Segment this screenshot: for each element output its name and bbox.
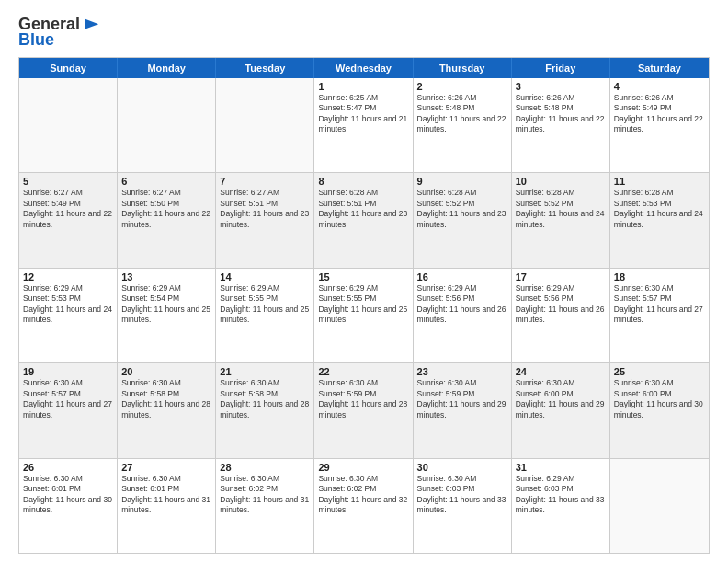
cell-info: Sunrise: 6:30 AM Sunset: 5:58 PM Dayligh… [220, 378, 310, 420]
cell-info: Sunrise: 6:29 AM Sunset: 6:03 PM Dayligh… [516, 474, 606, 516]
day-cell-27: 27Sunrise: 6:30 AM Sunset: 6:01 PM Dayli… [118, 459, 216, 553]
day-number: 18 [614, 271, 705, 282]
day-number: 4 [614, 81, 705, 92]
calendar-row-0: 1Sunrise: 6:25 AM Sunset: 5:47 PM Daylig… [19, 78, 709, 173]
svg-marker-0 [85, 19, 98, 29]
cell-info: Sunrise: 6:30 AM Sunset: 5:58 PM Dayligh… [121, 378, 211, 420]
day-number: 8 [318, 176, 408, 187]
calendar-row-1: 5Sunrise: 6:27 AM Sunset: 5:49 PM Daylig… [19, 173, 709, 268]
day-number: 14 [220, 271, 310, 282]
header-cell-thursday: Thursday [414, 58, 512, 78]
day-cell-16: 16Sunrise: 6:29 AM Sunset: 5:56 PM Dayli… [414, 269, 512, 362]
cell-info: Sunrise: 6:27 AM Sunset: 5:51 PM Dayligh… [220, 188, 310, 230]
day-cell-2: 2Sunrise: 6:26 AM Sunset: 5:48 PM Daylig… [414, 78, 512, 172]
cell-info: Sunrise: 6:29 AM Sunset: 5:55 PM Dayligh… [220, 283, 310, 326]
day-number: 12 [23, 271, 113, 282]
cell-info: Sunrise: 6:28 AM Sunset: 5:53 PM Dayligh… [614, 188, 705, 230]
day-number: 10 [516, 176, 606, 187]
empty-cell [118, 78, 216, 172]
cell-info: Sunrise: 6:29 AM Sunset: 5:53 PM Dayligh… [23, 283, 113, 326]
day-number: 19 [23, 366, 113, 377]
cell-info: Sunrise: 6:29 AM Sunset: 5:54 PM Dayligh… [121, 283, 211, 326]
day-cell-10: 10Sunrise: 6:28 AM Sunset: 5:52 PM Dayli… [512, 173, 610, 267]
day-cell-1: 1Sunrise: 6:25 AM Sunset: 5:47 PM Daylig… [314, 78, 413, 172]
day-number: 28 [220, 462, 310, 473]
cell-info: Sunrise: 6:26 AM Sunset: 5:48 PM Dayligh… [516, 93, 606, 135]
logo-blue: Blue [18, 30, 54, 50]
day-cell-22: 22Sunrise: 6:30 AM Sunset: 5:59 PM Dayli… [314, 363, 413, 457]
empty-cell [216, 78, 314, 172]
cell-info: Sunrise: 6:30 AM Sunset: 5:59 PM Dayligh… [318, 378, 408, 420]
calendar-row-4: 26Sunrise: 6:30 AM Sunset: 6:01 PM Dayli… [19, 459, 709, 553]
day-cell-11: 11Sunrise: 6:28 AM Sunset: 5:53 PM Dayli… [610, 173, 709, 267]
calendar-header: SundayMondayTuesdayWednesdayThursdayFrid… [19, 58, 709, 78]
cell-info: Sunrise: 6:29 AM Sunset: 5:56 PM Dayligh… [417, 283, 507, 326]
day-number: 17 [516, 271, 606, 282]
cell-info: Sunrise: 6:28 AM Sunset: 5:52 PM Dayligh… [417, 188, 507, 230]
day-number: 20 [121, 366, 211, 377]
day-number: 7 [220, 176, 310, 187]
cell-info: Sunrise: 6:30 AM Sunset: 6:03 PM Dayligh… [417, 474, 507, 516]
day-number: 27 [121, 462, 211, 473]
empty-cell [19, 78, 118, 172]
day-cell-28: 28Sunrise: 6:30 AM Sunset: 6:02 PM Dayli… [216, 459, 314, 553]
cell-info: Sunrise: 6:26 AM Sunset: 5:48 PM Dayligh… [417, 93, 507, 135]
cell-info: Sunrise: 6:27 AM Sunset: 5:50 PM Dayligh… [121, 188, 211, 230]
cell-info: Sunrise: 6:30 AM Sunset: 5:57 PM Dayligh… [614, 283, 705, 326]
day-cell-18: 18Sunrise: 6:30 AM Sunset: 5:57 PM Dayli… [610, 269, 709, 362]
day-cell-3: 3Sunrise: 6:26 AM Sunset: 5:48 PM Daylig… [512, 78, 610, 172]
day-number: 30 [417, 462, 507, 473]
day-number: 13 [121, 271, 211, 282]
day-cell-14: 14Sunrise: 6:29 AM Sunset: 5:55 PM Dayli… [216, 269, 314, 362]
day-cell-25: 25Sunrise: 6:30 AM Sunset: 6:00 PM Dayli… [610, 363, 709, 457]
cell-info: Sunrise: 6:29 AM Sunset: 5:56 PM Dayligh… [516, 283, 606, 326]
day-number: 26 [23, 462, 113, 473]
cell-info: Sunrise: 6:30 AM Sunset: 6:01 PM Dayligh… [23, 474, 113, 516]
header-cell-saturday: Saturday [610, 58, 709, 78]
day-number: 5 [23, 176, 113, 187]
cell-info: Sunrise: 6:30 AM Sunset: 6:02 PM Dayligh… [220, 474, 310, 516]
day-cell-24: 24Sunrise: 6:30 AM Sunset: 6:00 PM Dayli… [512, 363, 610, 457]
cell-info: Sunrise: 6:30 AM Sunset: 6:02 PM Dayligh… [318, 474, 408, 516]
day-cell-15: 15Sunrise: 6:29 AM Sunset: 5:55 PM Dayli… [314, 269, 413, 362]
page: General Blue SundayMondayTuesdayWednesda… [0, 0, 728, 563]
day-cell-12: 12Sunrise: 6:29 AM Sunset: 5:53 PM Dayli… [19, 269, 118, 362]
cell-info: Sunrise: 6:28 AM Sunset: 5:52 PM Dayligh… [516, 188, 606, 230]
cell-info: Sunrise: 6:27 AM Sunset: 5:49 PM Dayligh… [23, 188, 113, 230]
cell-info: Sunrise: 6:29 AM Sunset: 5:55 PM Dayligh… [318, 283, 408, 326]
day-cell-20: 20Sunrise: 6:30 AM Sunset: 5:58 PM Dayli… [118, 363, 216, 457]
day-number: 21 [220, 366, 310, 377]
empty-cell [610, 459, 709, 553]
calendar-row-2: 12Sunrise: 6:29 AM Sunset: 5:53 PM Dayli… [19, 269, 709, 363]
day-cell-19: 19Sunrise: 6:30 AM Sunset: 5:57 PM Dayli… [19, 363, 118, 457]
day-number: 23 [417, 366, 507, 377]
header-cell-tuesday: Tuesday [216, 58, 314, 78]
day-number: 16 [417, 271, 507, 282]
day-number: 3 [516, 81, 606, 92]
cell-info: Sunrise: 6:26 AM Sunset: 5:49 PM Dayligh… [614, 93, 705, 135]
cell-info: Sunrise: 6:30 AM Sunset: 5:59 PM Dayligh… [417, 378, 507, 420]
day-number: 29 [318, 462, 408, 473]
cell-info: Sunrise: 6:30 AM Sunset: 6:00 PM Dayligh… [516, 378, 606, 420]
day-cell-21: 21Sunrise: 6:30 AM Sunset: 5:58 PM Dayli… [216, 363, 314, 457]
day-number: 22 [318, 366, 408, 377]
day-number: 1 [318, 81, 408, 92]
day-number: 9 [417, 176, 507, 187]
day-cell-5: 5Sunrise: 6:27 AM Sunset: 5:49 PM Daylig… [19, 173, 118, 267]
day-cell-8: 8Sunrise: 6:28 AM Sunset: 5:51 PM Daylig… [314, 173, 413, 267]
day-cell-9: 9Sunrise: 6:28 AM Sunset: 5:52 PM Daylig… [414, 173, 512, 267]
day-cell-4: 4Sunrise: 6:26 AM Sunset: 5:49 PM Daylig… [610, 78, 709, 172]
day-cell-30: 30Sunrise: 6:30 AM Sunset: 6:03 PM Dayli… [414, 459, 512, 553]
day-number: 24 [516, 366, 606, 377]
day-number: 6 [121, 176, 211, 187]
day-number: 2 [417, 81, 507, 92]
cell-info: Sunrise: 6:30 AM Sunset: 6:01 PM Dayligh… [121, 474, 211, 516]
cell-info: Sunrise: 6:30 AM Sunset: 5:57 PM Dayligh… [23, 378, 113, 420]
header-cell-sunday: Sunday [19, 58, 118, 78]
top-section: General Blue [18, 15, 710, 50]
day-number: 11 [614, 176, 705, 187]
header-cell-friday: Friday [512, 58, 610, 78]
day-number: 15 [318, 271, 408, 282]
calendar-row-3: 19Sunrise: 6:30 AM Sunset: 5:57 PM Dayli… [19, 363, 709, 458]
day-cell-7: 7Sunrise: 6:27 AM Sunset: 5:51 PM Daylig… [216, 173, 314, 267]
